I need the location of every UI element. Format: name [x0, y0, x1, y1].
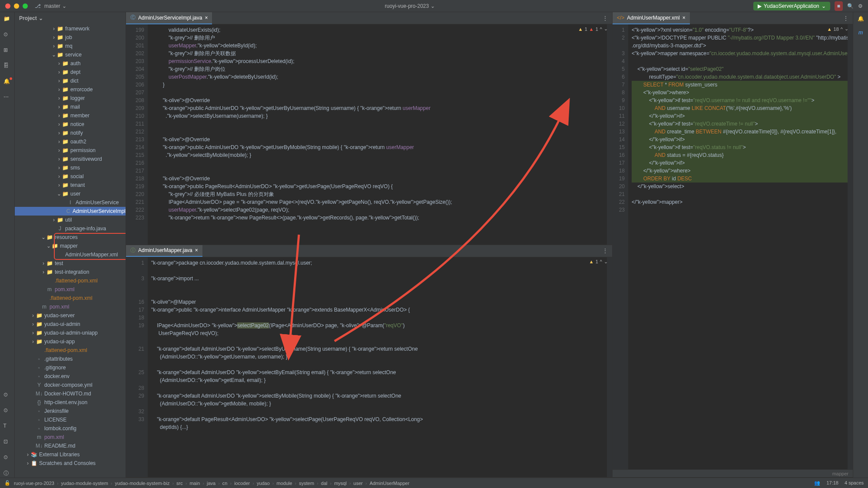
tab-adminusermapper-java[interactable]: Ⓘ AdminUserMapper.java × — [126, 245, 202, 257]
tree-item[interactable]: Ydocker-compose.yml — [15, 381, 126, 389]
tree-item[interactable]: ›📁notify — [15, 129, 126, 137]
code-content[interactable]: <"k-yellow">?xml version="1.0" encoding=… — [628, 24, 848, 477]
maven-tool-icon[interactable]: m — [858, 30, 863, 36]
tree-item[interactable]: ›📁tenant — [15, 181, 126, 189]
search-icon[interactable]: 🔍 — [847, 3, 854, 9]
tree-item[interactable]: ›📁yudao-ui-admin — [15, 320, 126, 329]
tree-item[interactable]: ◦.gitignore — [15, 363, 126, 372]
stop-button[interactable]: ■ — [835, 1, 843, 11]
tree-item[interactable]: ›📋Scratches and Consoles — [15, 459, 126, 468]
tree-item[interactable]: ◦LICENSE — [15, 415, 126, 424]
window-controls[interactable] — [5, 3, 28, 9]
editor-pane-bottom[interactable]: 1316171819212528293233 "k-orange">packag… — [126, 257, 612, 478]
project-panel-header[interactable]: Project ⌄ — [15, 12, 126, 24]
tree-item[interactable]: ›📁util — [15, 216, 126, 224]
chevron-up-icon[interactable]: ^ — [841, 27, 843, 32]
tree-item[interactable]: ›📁permission — [15, 146, 126, 155]
tree-item[interactable]: ⌄📁resources — [15, 233, 126, 242]
tree-item[interactable]: IAdminUserService — [15, 198, 126, 207]
tree-item[interactable]: ›📁yudao-ui-app — [15, 337, 126, 346]
tree-item[interactable]: ›📁oauth2 — [15, 137, 126, 146]
tree-item[interactable]: .flattened-pom.xml — [15, 294, 126, 302]
chevron-up-icon[interactable]: ^ — [600, 27, 602, 32]
tree-item[interactable]: ⌄📁user — [15, 189, 126, 198]
project-tree[interactable]: ›📁framework›📁job›📁mq⌄📁service›📁auth›📁dep… — [15, 24, 126, 478]
commit-tool-icon[interactable]: ⊙ — [3, 31, 11, 39]
chevron-down-icon[interactable]: ⌄ — [62, 3, 66, 9]
code-content[interactable]: validateUserExists(id); "k-grey">// 删除用户… — [148, 24, 607, 245]
breadcrumb-segment[interactable]: main — [189, 481, 204, 486]
breadcrumb[interactable]: ruoyi-vue-pro-2023yudao-module-systemyud… — [14, 481, 412, 486]
vcs-icon[interactable]: ⊙ — [3, 454, 11, 462]
tree-item[interactable]: M↓README.md — [15, 442, 126, 450]
tree-item[interactable]: .flattened-pom.xml — [15, 346, 126, 355]
structure-tool-icon[interactable]: ⊞ — [3, 47, 11, 55]
run-config-button[interactable]: ▶ YudaoServerApplication ⌄ — [753, 2, 830, 10]
tab-menu-icon[interactable]: ⋮ — [598, 15, 612, 21]
branch-name[interactable]: master — [44, 3, 60, 9]
tree-item[interactable]: ›📁mq — [15, 42, 126, 50]
tree-item[interactable]: ›📁dict — [15, 76, 126, 85]
tree-item[interactable]: {}http-client.env.json — [15, 398, 126, 407]
breadcrumb-segment[interactable]: user — [354, 481, 367, 486]
breadcrumb-segment[interactable]: yudao-module-system — [61, 481, 113, 486]
tree-item[interactable]: ›📁dept — [15, 68, 126, 76]
breadcrumb-segment[interactable]: AdminUserMapper — [370, 481, 412, 486]
project-tool-icon[interactable]: 📁 — [3, 16, 11, 23]
breadcrumb-segment[interactable]: dal — [321, 481, 331, 486]
tree-item[interactable]: ›📁logger — [15, 94, 126, 103]
tree-item[interactable]: ›📁job — [15, 33, 126, 42]
tree-item[interactable]: ›📁notice — [15, 120, 126, 129]
notifications-icon[interactable]: 🔔 — [858, 16, 864, 22]
close-icon[interactable]: × — [682, 15, 686, 21]
close-icon[interactable]: × — [195, 247, 198, 253]
breadcrumb-segment[interactable]: yudao-module-system-biz — [115, 481, 174, 486]
breadcrumb-segment[interactable]: cn — [222, 481, 232, 486]
lock-icon[interactable]: 🔓 — [4, 480, 10, 486]
inspection-badge[interactable]: ▲1 ▲1 ^ ⌄ — [578, 26, 608, 32]
breadcrumb-segment[interactable]: module — [277, 481, 297, 486]
tree-item[interactable]: ›📁test — [15, 259, 126, 268]
run-tool-icon[interactable]: ⊙ — [3, 392, 11, 399]
breadcrumb-segment[interactable]: mysql — [334, 481, 351, 486]
tree-item[interactable]: ›📁sms — [15, 163, 126, 172]
tree-item[interactable]: ›📁yudao-ui-admin-uniapp — [15, 329, 126, 337]
status-indent[interactable]: 4 spaces — [845, 480, 864, 486]
close-window[interactable] — [5, 3, 10, 9]
tree-item[interactable]: mpom.xml — [15, 433, 126, 442]
breadcrumb-segment[interactable]: system — [299, 481, 318, 486]
tree-item[interactable]: Jpackage-info.java — [15, 224, 126, 233]
tab-menu-icon[interactable]: ⋮ — [839, 15, 853, 21]
tree-item[interactable]: AdminUserMapper.xml — [15, 250, 126, 259]
tree-item[interactable]: ◦Jenkinsfile — [15, 407, 126, 415]
tree-item[interactable]: mpom.xml — [15, 285, 126, 294]
tree-item[interactable]: ›📁mail — [15, 103, 126, 111]
code-content[interactable]: "k-orange">package cn.iocoder.yudao.modu… — [148, 257, 607, 478]
scrollbar[interactable] — [607, 24, 612, 245]
tree-item[interactable]: ›📁errorcode — [15, 85, 126, 94]
chevron-down-icon[interactable]: ⌄ — [604, 259, 608, 265]
problems-icon[interactable]: ⊡ — [3, 438, 11, 446]
breadcrumb-segment[interactable]: ruoyi-vue-pro-2023 — [14, 481, 59, 486]
settings-icon[interactable]: ⚙ — [858, 3, 863, 9]
tree-item[interactable]: ◦docker.env — [15, 372, 126, 381]
tree-item[interactable]: CAdminUserServiceImpl — [15, 207, 126, 216]
tab-adminuserserviceimpl[interactable]: Ⓒ AdminUserServiceImpl.java × — [126, 12, 212, 24]
tree-item[interactable]: ›📁sensitiveword — [15, 155, 126, 163]
tree-item[interactable]: ›📁yudao-server — [15, 311, 126, 320]
close-icon[interactable]: × — [205, 15, 208, 21]
tree-item[interactable]: M↓Docker-HOWTO.md — [15, 389, 126, 398]
database-tool-icon[interactable]: 🗄 — [3, 63, 11, 70]
breadcrumb-segment[interactable]: java — [207, 481, 220, 486]
chevron-up-icon[interactable]: ^ — [600, 259, 602, 264]
tab-menu-icon[interactable]: ⋮ — [598, 248, 612, 254]
tree-item[interactable]: ◦.gitattributes — [15, 355, 126, 363]
scrollbar[interactable] — [848, 24, 853, 477]
people-icon[interactable]: 👥 — [814, 480, 820, 486]
project-selector[interactable]: ruoyi-vue-pro-2023 ⌄ — [66, 3, 753, 9]
breadcrumb-segment[interactable]: iocoder — [234, 481, 254, 486]
editor-pane-top[interactable]: 1992002012022032042052062072082092102112… — [126, 24, 612, 245]
tree-item[interactable]: ›📁framework — [15, 24, 126, 33]
tree-item[interactable]: ›📚External Libraries — [15, 450, 126, 459]
breadcrumb-segment[interactable]: src — [176, 481, 187, 486]
